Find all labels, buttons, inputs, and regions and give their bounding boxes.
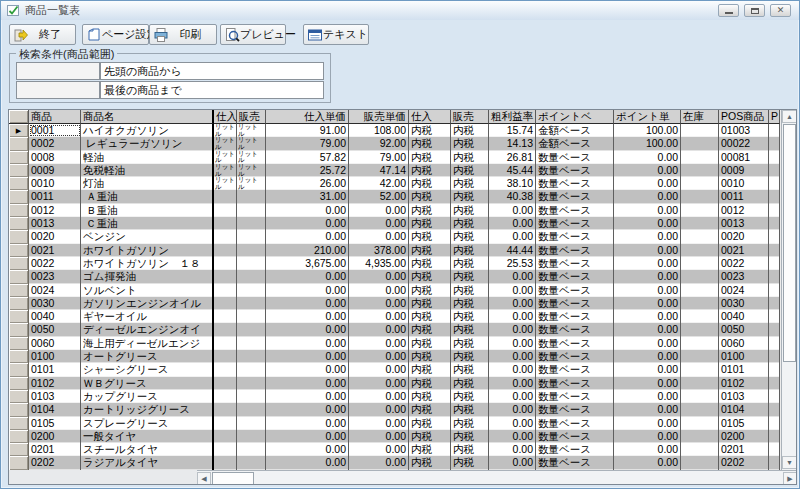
cell-pos[interactable]: 0030 bbox=[719, 297, 769, 310]
record-selector[interactable] bbox=[9, 323, 29, 336]
column-header-tax_out[interactable]: 販売 bbox=[451, 110, 489, 124]
cell-stock[interactable] bbox=[681, 284, 719, 297]
cell-price[interactable]: 92.00 bbox=[349, 137, 409, 150]
column-header-cost[interactable]: 仕入単価 bbox=[266, 110, 349, 124]
scroll-left-button[interactable]: ◀ bbox=[197, 472, 211, 485]
cell-stock[interactable] bbox=[681, 124, 719, 137]
cell-code[interactable]: 0008 bbox=[29, 151, 81, 164]
cell-price[interactable]: 0.00 bbox=[349, 417, 409, 430]
cell-point_base[interactable]: 数量ベース bbox=[536, 297, 614, 310]
cell-margin[interactable]: 0.00 bbox=[489, 323, 536, 336]
text-button[interactable]: テキスト bbox=[303, 24, 369, 45]
cell-point_base[interactable]: 数量ベース bbox=[536, 270, 614, 283]
cell-stock[interactable] bbox=[681, 204, 719, 217]
cell-name[interactable]: 軽油 bbox=[81, 151, 214, 164]
cell-unit_out[interactable] bbox=[237, 363, 266, 376]
cell-extra[interactable] bbox=[769, 204, 780, 217]
cell-point_base[interactable]: 数量ベース bbox=[536, 151, 614, 164]
cell-stock[interactable] bbox=[681, 137, 719, 150]
cell-unit_out[interactable] bbox=[237, 350, 266, 363]
cell-cost[interactable]: 0.00 bbox=[266, 284, 349, 297]
vertical-scrollbar[interactable]: ▲ ▼ bbox=[781, 110, 796, 470]
cell-cost[interactable]: 210.00 bbox=[266, 244, 349, 257]
column-header-name[interactable]: 商品名 bbox=[81, 110, 214, 124]
cell-name[interactable]: ＷＢグリース bbox=[81, 377, 214, 390]
cell-cost[interactable]: 0.00 bbox=[266, 230, 349, 243]
cell-point_unit[interactable]: 0.00 bbox=[614, 177, 681, 190]
cell-tax_in[interactable]: 内税 bbox=[409, 137, 451, 150]
cell-tax_in[interactable]: 内税 bbox=[409, 337, 451, 350]
cell-name[interactable]: 免税軽油 bbox=[81, 164, 214, 177]
cell-point_base[interactable]: 数量ベース bbox=[536, 337, 614, 350]
cell-pos[interactable]: 0105 bbox=[719, 417, 769, 430]
cell-extra[interactable] bbox=[769, 137, 780, 150]
cell-name[interactable]: スプレーグリース bbox=[81, 417, 214, 430]
cell-pos[interactable]: 0200 bbox=[719, 430, 769, 443]
cell-stock[interactable] bbox=[681, 297, 719, 310]
cell-tax_in[interactable]: 内税 bbox=[409, 310, 451, 323]
cell-unit_out[interactable] bbox=[237, 417, 266, 430]
cell-price[interactable]: 0.00 bbox=[349, 363, 409, 376]
cell-pos[interactable]: 0202 bbox=[719, 456, 769, 469]
cell-price[interactable]: 4,935.00 bbox=[349, 257, 409, 270]
cell-stock[interactable] bbox=[681, 217, 719, 230]
cell-stock[interactable] bbox=[681, 323, 719, 336]
cell-margin[interactable]: 0.00 bbox=[489, 417, 536, 430]
record-selector[interactable]: ▶ bbox=[9, 124, 29, 137]
cell-unit_out[interactable] bbox=[237, 310, 266, 323]
cell-point_base[interactable]: 数量ベース bbox=[536, 323, 614, 336]
search-from-input[interactable] bbox=[16, 62, 100, 80]
cell-extra[interactable] bbox=[769, 177, 780, 190]
cell-unit_in[interactable] bbox=[214, 456, 237, 469]
cell-tax_out[interactable]: 内税 bbox=[451, 430, 489, 443]
cell-margin[interactable]: 45.44 bbox=[489, 164, 536, 177]
cell-stock[interactable] bbox=[681, 363, 719, 376]
close-button[interactable]: ✕ bbox=[770, 4, 791, 17]
cell-tax_out[interactable]: 内税 bbox=[451, 270, 489, 283]
cell-code[interactable]: 0012 bbox=[29, 204, 81, 217]
cell-tax_out[interactable]: 内税 bbox=[451, 164, 489, 177]
cell-code[interactable]: 0102 bbox=[29, 377, 81, 390]
cell-code[interactable]: 0023 bbox=[29, 270, 81, 283]
cell-point_base[interactable]: 数量ベース bbox=[536, 217, 614, 230]
cell-name[interactable]: ベンジン bbox=[81, 230, 214, 243]
cell-unit_out[interactable] bbox=[237, 230, 266, 243]
cell-margin[interactable]: 0.00 bbox=[489, 204, 536, 217]
cell-price[interactable]: 0.00 bbox=[349, 403, 409, 416]
cell-extra[interactable] bbox=[769, 430, 780, 443]
cell-pos[interactable]: 0013 bbox=[719, 217, 769, 230]
record-selector[interactable] bbox=[9, 204, 29, 217]
cell-tax_in[interactable]: 内税 bbox=[409, 257, 451, 270]
cell-tax_out[interactable]: 内税 bbox=[451, 403, 489, 416]
cell-stock[interactable] bbox=[681, 430, 719, 443]
cell-unit_out[interactable] bbox=[237, 297, 266, 310]
record-selector[interactable] bbox=[9, 417, 29, 430]
record-selector[interactable] bbox=[9, 177, 29, 190]
cell-stock[interactable] bbox=[681, 177, 719, 190]
cell-point_base[interactable]: 金額ベース bbox=[536, 137, 614, 150]
cell-margin[interactable]: 38.10 bbox=[489, 177, 536, 190]
cell-code[interactable]: 0105 bbox=[29, 417, 81, 430]
cell-stock[interactable] bbox=[681, 164, 719, 177]
cell-extra[interactable] bbox=[769, 124, 780, 137]
record-selector[interactable] bbox=[9, 257, 29, 270]
cell-unit_in[interactable] bbox=[214, 204, 237, 217]
cell-name[interactable]: ホワイトガソリン bbox=[81, 244, 214, 257]
cell-tax_in[interactable]: 内税 bbox=[409, 297, 451, 310]
cell-price[interactable]: 108.00 bbox=[349, 124, 409, 137]
column-header-price[interactable]: 販売単価 bbox=[349, 110, 409, 124]
cell-price[interactable]: 0.00 bbox=[349, 230, 409, 243]
cell-point_unit[interactable]: 0.00 bbox=[614, 337, 681, 350]
cell-point_base[interactable]: 数量ベース bbox=[536, 417, 614, 430]
cell-unit_out[interactable]: リットル bbox=[237, 164, 266, 177]
cell-price[interactable]: 79.00 bbox=[349, 151, 409, 164]
cell-point_unit[interactable]: 0.00 bbox=[614, 417, 681, 430]
cell-point_unit[interactable]: 0.00 bbox=[614, 390, 681, 403]
cell-tax_in[interactable]: 内税 bbox=[409, 244, 451, 257]
restore-button[interactable] bbox=[744, 4, 765, 17]
cell-tax_in[interactable]: 内税 bbox=[409, 217, 451, 230]
cell-cost[interactable]: 3,675.00 bbox=[266, 257, 349, 270]
cell-name[interactable]: 海上用ディーゼルエンジ bbox=[81, 337, 214, 350]
cell-unit_in[interactable] bbox=[214, 217, 237, 230]
cell-point_unit[interactable]: 0.00 bbox=[614, 190, 681, 203]
